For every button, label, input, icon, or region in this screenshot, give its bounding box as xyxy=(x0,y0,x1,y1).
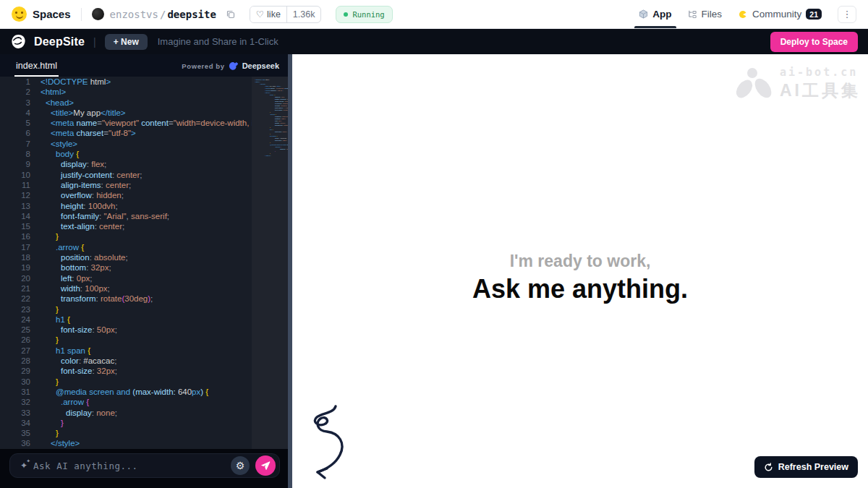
code-line[interactable]: 25font-size: 50px; xyxy=(0,325,252,335)
ask-ai-strip: ✦✦ ⚙ xyxy=(0,449,288,488)
watermark: ai-bot.cn AI工具集 xyxy=(735,66,861,102)
new-button[interactable]: + New xyxy=(105,34,148,50)
refresh-preview-button[interactable]: Refresh Preview xyxy=(754,456,858,478)
tab-community-label: Community xyxy=(752,9,801,20)
deepsite-header: DeepSite | + New Imagine and Share in 1-… xyxy=(0,29,868,54)
owner-link[interactable]: enzostvs xyxy=(110,9,158,20)
watermark-logo-icon xyxy=(735,67,774,101)
files-tree-icon xyxy=(688,9,697,19)
code-line[interactable]: 13height: 100dvh; xyxy=(0,201,252,211)
code-line[interactable]: 29font-size: 32px; xyxy=(0,366,252,376)
divider xyxy=(81,8,82,21)
main-split: index.html Powered by Deepseek 1<!DOCTYP… xyxy=(0,54,868,488)
editor-tab-bar: index.html Powered by Deepseek xyxy=(0,54,288,77)
huggingface-top-bar: Spaces enzostvs/deepsite ♡ like 1.36k Ru… xyxy=(0,0,868,29)
tab-index-html[interactable]: index.html xyxy=(14,55,59,77)
code-line[interactable]: 32.arrow { xyxy=(0,397,252,407)
tagline: Imagine and Share in 1-Click xyxy=(158,36,278,47)
hero-title: Ask me anything. xyxy=(292,274,868,304)
tab-files[interactable]: Files xyxy=(688,0,723,28)
code-lines[interactable]: 1<!DOCTYPE html>2<html>3<head>4<title>My… xyxy=(0,77,252,449)
like-widget: ♡ like 1.36k xyxy=(250,6,322,23)
brand-title: DeepSite xyxy=(34,35,85,48)
hero-subtitle: I'm ready to work, xyxy=(292,252,868,271)
code-line[interactable]: 19bottom: 32px; xyxy=(0,262,252,273)
code-line[interactable]: 27h1 span { xyxy=(0,346,252,356)
sparkle-icon: ✦✦ xyxy=(20,461,27,471)
ask-ai-input[interactable] xyxy=(33,461,225,471)
code-line[interactable]: 18position: absolute; xyxy=(0,252,252,262)
code-line[interactable]: 28color: #acacac; xyxy=(0,356,252,366)
code-line[interactable]: 16} xyxy=(0,231,252,241)
heart-icon: ♡ xyxy=(256,9,264,20)
code-line[interactable]: 1<!DOCTYPE html> xyxy=(0,77,252,87)
editor-pane: index.html Powered by Deepseek 1<!DOCTYP… xyxy=(0,54,288,488)
code-line[interactable]: 23} xyxy=(0,304,252,314)
powered-by: Powered by Deepseek xyxy=(182,61,279,77)
refresh-icon xyxy=(764,463,773,472)
powered-brand: Deepseek xyxy=(242,61,279,70)
deepseek-logo-icon xyxy=(229,61,239,71)
code-line[interactable]: 8body { xyxy=(0,149,252,159)
code-line[interactable]: 10justify-content: center; xyxy=(0,170,252,180)
tab-app-label: App xyxy=(652,9,671,20)
settings-gear-button[interactable]: ⚙ xyxy=(231,456,250,475)
minimap[interactable]: <!DOCTYPE html><html><head><title>My app… xyxy=(252,77,288,449)
like-count[interactable]: 1.36k xyxy=(286,7,321,22)
owner-avatar[interactable] xyxy=(92,8,104,20)
code-line[interactable]: 7<style> xyxy=(0,139,252,149)
watermark-domain: ai-bot.cn xyxy=(780,66,861,79)
running-dot-icon xyxy=(344,12,348,17)
tab-files-label: Files xyxy=(702,9,723,20)
huggingface-logo-icon[interactable] xyxy=(12,7,27,22)
code-line[interactable]: 2<html> xyxy=(0,87,252,97)
running-label: Running xyxy=(352,10,384,19)
ask-ai-bar: ✦✦ ⚙ xyxy=(9,453,280,478)
preview-hero: I'm ready to work, Ask me anything. xyxy=(292,252,868,304)
more-options-button[interactable]: ⋮ xyxy=(838,6,856,23)
code-editor[interactable]: 1<!DOCTYPE html>2<html>3<head>4<title>My… xyxy=(0,77,288,449)
code-line[interactable]: 4<title>My app</title> xyxy=(0,108,252,118)
copy-icon[interactable] xyxy=(226,10,235,19)
code-line[interactable]: 22transform: rotate(30deg); xyxy=(0,294,252,304)
code-line[interactable]: 12overflow: hidden; xyxy=(0,190,252,200)
watermark-name: AI工具集 xyxy=(780,80,861,102)
running-status-badge[interactable]: Running xyxy=(336,6,392,23)
divider: | xyxy=(92,36,98,48)
code-line[interactable]: 5<meta name="viewport" content="width=de… xyxy=(0,118,252,128)
code-line[interactable]: 31@media screen and (max-width: 640px) { xyxy=(0,387,252,397)
spaces-label[interactable]: Spaces xyxy=(33,8,71,20)
code-line[interactable]: 30} xyxy=(0,377,252,387)
like-button[interactable]: ♡ like xyxy=(250,7,286,22)
code-line[interactable]: 33display: none; xyxy=(0,408,252,418)
community-count-badge: 21 xyxy=(806,9,822,20)
code-line[interactable]: 11align-items: center; xyxy=(0,180,252,190)
deepsite-logo-icon xyxy=(10,33,27,50)
code-line[interactable]: 21width: 100px; xyxy=(0,283,252,294)
tab-community[interactable]: Community 21 xyxy=(738,0,822,28)
community-icon xyxy=(738,9,748,20)
send-button[interactable] xyxy=(255,455,276,476)
code-line[interactable]: 15text-align: center; xyxy=(0,221,252,231)
code-line[interactable]: 3<head> xyxy=(0,98,252,108)
code-line[interactable]: </style> xyxy=(253,155,286,157)
like-label: like xyxy=(267,9,281,20)
code-line[interactable]: 6<meta charset="utf-8"> xyxy=(0,128,252,138)
repo-link[interactable]: deepsite xyxy=(167,9,216,20)
refresh-preview-label: Refresh Preview xyxy=(778,462,848,472)
code-line[interactable]: 34} xyxy=(0,418,252,428)
code-line[interactable]: 26} xyxy=(0,335,252,345)
code-line[interactable]: 24h1 { xyxy=(0,314,252,325)
code-line[interactable]: 36</style> xyxy=(0,438,252,448)
path-separator: / xyxy=(158,9,167,20)
deploy-to-space-button[interactable]: Deploy to Space xyxy=(770,32,858,52)
gear-icon: ⚙ xyxy=(236,460,245,471)
code-line[interactable]: 14font-family: "Arial", sans-serif; xyxy=(0,211,252,221)
code-line[interactable]: 17.arrow { xyxy=(0,242,252,252)
tab-app[interactable]: App xyxy=(639,0,671,28)
code-line[interactable]: 35} xyxy=(0,428,252,438)
preview-pane: ai-bot.cn AI工具集 I'm ready to work, Ask m… xyxy=(292,54,868,488)
doodle-arrow-icon xyxy=(297,404,353,482)
code-line[interactable]: 20left: 0px; xyxy=(0,273,252,283)
code-line[interactable]: 9display: flex; xyxy=(0,159,252,169)
